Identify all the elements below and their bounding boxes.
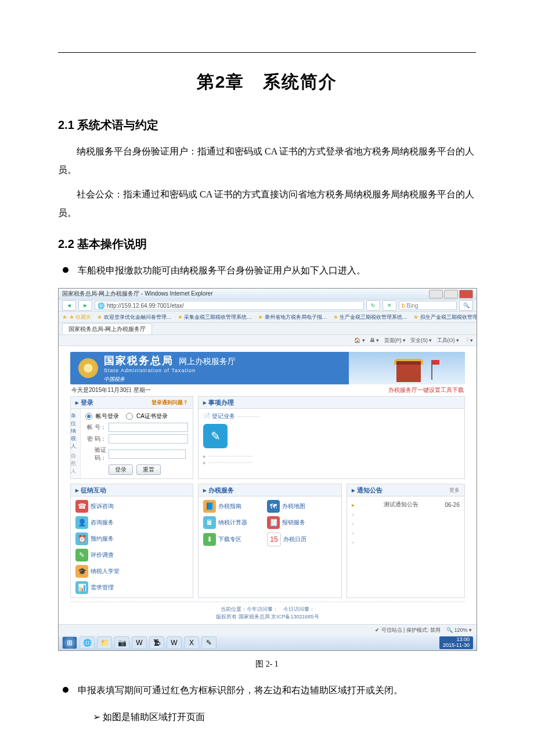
demand-icon: 📊	[75, 581, 88, 594]
chapter-title: 第2章 系统简介	[58, 70, 476, 94]
consult-icon: 👤	[75, 516, 88, 529]
taxpayer-type-tabs[interactable]: 单位纳税人 自然人	[71, 409, 81, 478]
para-2: 社会公众：指未通过和密码或 CA 证书的方式直接访问省地方税务局纳税服务局纳税服…	[58, 185, 476, 222]
taskbar-clock[interactable]: 13:002015-11-30	[439, 636, 473, 649]
browser-search-input[interactable]: bBing	[399, 301, 457, 310]
captcha-input[interactable]	[109, 449, 186, 459]
window-title: 国家税务总局-网上办税服务厅 - Windows Internet Explor…	[62, 290, 213, 298]
taskbar-app-icon[interactable]: ✎	[201, 636, 217, 649]
taskbar-app-icon[interactable]: 🗜	[149, 636, 164, 649]
sub-bullet-1: 如图是辅助区域打开页面	[93, 708, 476, 726]
fav-link[interactable]: 欢迎登录优化金融问卷管理…	[97, 314, 172, 321]
taskbar-app-icon[interactable]: W	[132, 636, 147, 649]
bullet-2: 申报表填写期间可通过红色方框标识部分，将左边和右边辅助区域打开或关闭。	[58, 681, 476, 700]
notice-item[interactable]: 测试通知公告06-26	[352, 500, 460, 509]
more-link[interactable]: 更多	[449, 487, 460, 494]
taskbar-app-icon[interactable]: 📷	[114, 636, 129, 649]
maximize-button[interactable]	[444, 290, 458, 298]
service-link[interactable]: 咨询服务	[91, 519, 114, 527]
taskbar-app-icon[interactable]: 🌐	[80, 636, 95, 649]
fav-link[interactable]: 采集金税三期税收管理系统…	[178, 314, 252, 321]
taskbar-app-icon[interactable]: X	[184, 636, 199, 649]
close-button[interactable]	[459, 290, 473, 298]
register-business-icon[interactable]: ✎	[203, 424, 228, 448]
login-button[interactable]: 登录	[109, 465, 133, 475]
service-link[interactable]: 纳税计算器	[218, 519, 247, 527]
service-link[interactable]: 投诉咨询	[91, 502, 114, 510]
taskbar-app-icon[interactable]: 📁	[97, 636, 112, 649]
section-2-1: 2.1 系统术语与约定	[58, 117, 476, 133]
service-link[interactable]: 办税地图	[282, 502, 305, 510]
search-button[interactable]: 🔍	[459, 300, 473, 311]
appointment-icon: ⏰	[75, 532, 88, 545]
refresh-button[interactable]: ↻	[366, 300, 380, 311]
invoice-icon: 🧾	[267, 516, 280, 529]
browser-tab[interactable]: 国家税务总局-网上办税服务厅	[62, 323, 152, 334]
minimize-button[interactable]	[429, 290, 443, 298]
service-link[interactable]: 下载专区	[218, 535, 241, 543]
ie-menu[interactable]: 页面(P) ▾	[384, 337, 406, 344]
zoom-indicator[interactable]: 🔍 120% ▾	[446, 627, 472, 633]
calendar-icon: 15	[267, 532, 281, 546]
site-banner: 国家税务总局 网上办税服务厅 State Administration of T…	[70, 352, 465, 384]
taskbar-app-icon[interactable]: W	[167, 636, 182, 649]
service-link[interactable]: 办税日历	[283, 535, 306, 543]
stop-button[interactable]: ✕	[383, 300, 396, 311]
map-icon: 🗺	[267, 500, 280, 513]
ie-menu[interactable]: 安全(S) ▾	[410, 337, 432, 344]
fav-link[interactable]: 拟生产金税三期税收管理…	[413, 314, 477, 321]
feed-icon[interactable]: 🖶 ▾	[370, 337, 380, 343]
favorites-bar: ★ 收藏夹 欢迎登录优化金融问卷管理… 采集金税三期税收管理系统… 泰州省地方税…	[59, 312, 477, 323]
reset-button[interactable]: 重置	[136, 465, 161, 475]
username-input[interactable]	[109, 423, 188, 432]
bullet-1: 车船税申报缴款功能可由纳税服务平台身份验证用户从如下入口进入。	[58, 261, 476, 280]
site-footer: 当前位置：今年访问量： 今日访问量： 版权所有 国家税务总局 京ICP备1302…	[70, 602, 465, 622]
emblem-icon	[78, 358, 98, 378]
register-business-link[interactable]: 📄 登记业务	[203, 412, 235, 420]
section-2-2: 2.2 基本操作说明	[58, 236, 476, 252]
login-mode-radio[interactable]: 帐号登录 CA证书登录	[85, 412, 188, 420]
address-bar[interactable]: 🌐http://159.12.64.99:7001/etax/	[95, 301, 364, 310]
service-link[interactable]: 评价调查	[91, 551, 114, 559]
login-help-link[interactable]: 登录遇到问题？	[151, 399, 188, 406]
service-link[interactable]: 预约服务	[91, 535, 114, 543]
school-icon: 🎓	[75, 565, 88, 578]
ie-menu[interactable]: 工具(O) ▾	[437, 337, 460, 344]
download-icon: ⬇	[203, 533, 216, 546]
home-icon[interactable]: 🏠 ▾	[354, 337, 365, 343]
figure-caption: 图 2- 1	[58, 659, 476, 669]
service-link[interactable]: 办税指南	[218, 502, 241, 510]
password-input[interactable]	[109, 434, 188, 444]
service-link[interactable]: 纳税人学堂	[91, 567, 120, 575]
taskbar: ⊞ 🌐 📁 📷 W 🗜 W X ✎ 13:002015-11-30	[59, 635, 477, 650]
survey-icon: ✎	[75, 549, 88, 561]
fav-link[interactable]: 泰州省地方税务局电子报…	[258, 314, 327, 321]
service-link[interactable]: 需求管理	[91, 584, 114, 592]
help-icon[interactable]: ❔▾	[464, 337, 473, 343]
para-1: 纳税服务平台身份验证用户：指通过和密码或 CA 证书的方式登录省地方税务局纳税服…	[58, 142, 476, 179]
marquee-link[interactable]: 办税服务厅一键设置工具下载	[388, 386, 464, 394]
fav-link[interactable]: 生产金税三期税收管理系统…	[333, 314, 408, 321]
back-button[interactable]: ◄	[62, 300, 76, 311]
guide-icon: 📘	[203, 500, 216, 513]
calculator-icon: 🖩	[203, 516, 216, 529]
service-link[interactable]: 报销服务	[282, 519, 305, 527]
figure-2-1-screenshot: 国家税务总局-网上办税服务厅 - Windows Internet Explor…	[58, 288, 477, 651]
start-button[interactable]: ⊞	[62, 636, 77, 649]
complaint-icon: ☎	[75, 500, 88, 513]
forward-button[interactable]: ►	[78, 300, 92, 311]
today-date: 今天是2015年11月30日 星期一	[71, 386, 151, 394]
